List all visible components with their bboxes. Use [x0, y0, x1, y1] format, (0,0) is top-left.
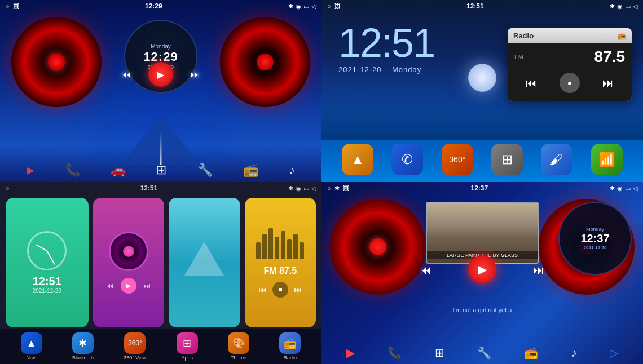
q2-status-time: 12:51 — [466, 2, 484, 10]
q1-radio-icon[interactable]: 📻 — [243, 163, 258, 177]
q2-screen-icon: ▭ — [625, 3, 631, 10]
widget-radio[interactable]: FM 87.5 ⏮ ■ ⏭ — [245, 198, 316, 327]
q3-widgets-container: 12:51 2021-12-20 ⏮ ▶ ⏭ — [6, 198, 316, 327]
q4-circle-icon: ○ — [327, 185, 331, 192]
radio-play-btn[interactable]: ● — [560, 73, 580, 93]
q1-grid-icon[interactable]: ⊞ — [156, 163, 166, 177]
app-navi-icon[interactable]: ▲ — [342, 144, 373, 175]
radio-w-play[interactable]: ■ — [272, 282, 288, 298]
q1-back-icon: ◁ — [311, 3, 316, 10]
q3-circle-icon: ○ — [6, 185, 10, 192]
radio-header: Radio 📻 — [508, 28, 632, 43]
q4-track-name: I'm not a girl not yet a — [453, 307, 512, 313]
clock-circle — [27, 231, 67, 270]
q4-next-btn[interactable]: ⏭ — [533, 264, 544, 277]
music-next-btn[interactable]: ⏭ — [143, 281, 151, 290]
q1-controls: ⏮ ▶ ⏭ — [121, 62, 200, 87]
radio-next-btn[interactable]: ⏭ — [602, 77, 614, 90]
q1-prev-btn[interactable]: ⏮ — [121, 69, 131, 81]
nav-item-bluetooth[interactable]: ✱ Bluetooth — [72, 332, 94, 361]
q1-vinyl-left — [11, 17, 102, 107]
radio-bars — [256, 228, 304, 259]
q4-music-icon[interactable]: ♪ — [571, 347, 577, 359]
q3-back-icon: ◁ — [311, 185, 316, 192]
q4-grid-icon[interactable]: ⊞ — [435, 346, 444, 359]
apps-icon: ⊞ — [177, 332, 198, 354]
q4-photo-icon: 🖼 — [343, 185, 349, 192]
nav-triangle — [184, 242, 224, 276]
app-360-icon[interactable]: 360° — [442, 144, 473, 175]
q4-video-thumbnail: LARGE PAINT THE BY GLASS — [426, 202, 539, 264]
widget-music[interactable]: ⏮ ▶ ⏭ — [93, 198, 165, 327]
nav-item-theme[interactable]: 🎨 Theme — [228, 332, 249, 361]
q2-bt-icon: ✱ — [610, 3, 615, 10]
q2-clock-big: 12:51 2021-12-20 Monday — [338, 23, 434, 74]
radio-w-prev[interactable]: ⏮ — [259, 285, 267, 294]
radio-widget[interactable]: Radio 📻 FM 87.5 ⏮ ● ⏭ — [508, 28, 632, 101]
q1-status-right: ✱ ◉ ▭ ◁ — [288, 3, 316, 10]
q4-bt-icon: ✱ — [610, 185, 615, 192]
q4-tool-icon[interactable]: 🔧 — [477, 346, 491, 359]
q4-phone-icon[interactable]: 📞 — [387, 346, 402, 359]
q4-clock: Monday 12:37 2021-12-20 — [558, 202, 632, 275]
q1-screen-icon: ▭ — [303, 3, 309, 10]
360-icon: 360° — [124, 332, 146, 354]
radio-bar-2 — [262, 234, 267, 259]
q3-location-icon: ◉ — [296, 185, 301, 192]
q1-play-btn[interactable]: ▶ — [148, 62, 173, 87]
radio-prev-btn[interactable]: ⏮ — [526, 77, 537, 90]
q2-back-icon: ◁ — [633, 3, 637, 10]
radio-bar-4 — [275, 237, 279, 259]
q1-road — [110, 109, 212, 165]
q4-bottom-bar: ▶ 📞 ⊞ 🔧 📻 ♪ ▷ — [322, 346, 643, 359]
q1-next-btn[interactable]: ⏭ — [190, 69, 200, 81]
nav-item-navi[interactable]: ▲ Navi — [21, 332, 42, 361]
q4-play-btn[interactable]: ▶ — [468, 255, 496, 283]
nav-item-radio[interactable]: 📻 Radio — [279, 332, 301, 361]
widget-nav[interactable] — [169, 198, 240, 327]
q3-multiwidget: ○ 12:51 ✱ ◉ ▭ ◁ 12:51 2021-12-20 ⏮ ▶ ⏭ — [0, 182, 322, 364]
app-signal-icon[interactable]: 📶 — [591, 144, 623, 175]
q4-play-circle-icon[interactable]: ▷ — [610, 346, 618, 359]
q4-video-inner: LARGE PAINT THE BY GLASS — [427, 203, 538, 263]
q4-status-time: 12:37 — [470, 184, 488, 192]
app-grid-icon[interactable]: ⊞ — [491, 144, 523, 175]
q1-music-icon[interactable]: ♪ — [289, 163, 295, 177]
navi-icon: ▲ — [21, 332, 42, 354]
music-prev-btn[interactable]: ⏮ — [106, 281, 114, 290]
vinyl-small — [109, 232, 148, 271]
q4-radio-icon[interactable]: 📻 — [524, 346, 538, 359]
radio-controls: ⏮ ● ⏭ — [514, 69, 625, 96]
q2-circle-icon: ○ — [327, 3, 331, 10]
q4-prev-btn[interactable]: ⏮ — [420, 264, 431, 277]
q1-cursor-icon: ▶ — [27, 164, 34, 176]
q1-road-line — [160, 131, 162, 165]
widget-clock[interactable]: 12:51 2021-12-20 — [6, 198, 89, 327]
nav-item-apps[interactable]: ⊞ Apps — [177, 332, 198, 361]
q1-bt-icon: ✱ — [288, 3, 293, 10]
q3-status-time: 12:51 — [140, 184, 157, 192]
q4-cursor-icon: ▶ — [346, 346, 355, 359]
q2-app-icons: ▲ ✆ 360° ⊞ 🖌 📶 — [322, 144, 643, 175]
app-phone-icon[interactable]: ✆ — [391, 144, 423, 175]
radio-bar-1 — [256, 242, 261, 259]
q1-music-player: ○ 🖼 12:29 ✱ ◉ ▭ ◁ Monday 12:29 2021-12-2… — [0, 0, 322, 182]
q1-car-icon[interactable]: 🚗 — [111, 163, 126, 177]
q4-screen-icon: ▭ — [625, 185, 631, 192]
music-play-btn[interactable]: ▶ — [121, 278, 136, 294]
radio-icon: 📻 — [617, 32, 626, 40]
radio-bar-8 — [300, 242, 304, 259]
q1-phone-icon[interactable]: 📞 — [65, 163, 80, 177]
radio-bar-3 — [268, 228, 273, 259]
app-theme-icon[interactable]: 🖌 — [541, 144, 572, 175]
q1-bottom-bar: ▶ 📞 🚗 ⊞ 🔧 📻 ♪ — [0, 163, 322, 177]
q2-home: ○ 🖼 12:51 ✱ ◉ ▭ ◁ 12:51 2021-12-20 Monda… — [322, 0, 643, 182]
q1-status-time: 12:29 — [145, 2, 162, 10]
q1-photo-icon: 🖼 — [13, 3, 19, 10]
q1-tool-icon[interactable]: 🔧 — [197, 163, 213, 177]
radio-w-next[interactable]: ⏭ — [294, 285, 302, 294]
radio-body: FM 87.5 ⏮ ● ⏭ — [508, 43, 632, 101]
q1-circle-icon: ○ — [6, 3, 10, 10]
q3-status-bar: ○ 12:51 ✱ ◉ ▭ ◁ — [0, 182, 322, 194]
nav-item-360[interactable]: 360° 360° View — [124, 332, 146, 361]
